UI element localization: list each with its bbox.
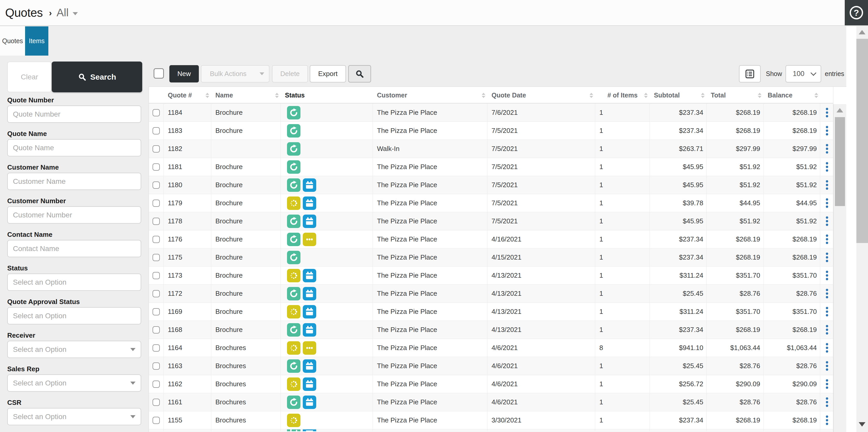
csr-select[interactable]: Select an Option <box>7 408 141 425</box>
row-actions-button[interactable] <box>820 429 833 431</box>
sort-icon[interactable] <box>758 93 762 98</box>
row-actions-button[interactable] <box>820 267 833 285</box>
row-checkbox[interactable] <box>153 145 160 153</box>
row-checkbox[interactable] <box>153 199 160 207</box>
status-select[interactable]: Select an Option <box>7 274 141 291</box>
row-checkbox[interactable] <box>153 363 160 370</box>
new-button[interactable]: New <box>169 65 199 83</box>
column-header-balance[interactable]: Balance <box>764 87 820 104</box>
column-header-quote-date[interactable]: Quote Date <box>487 87 595 104</box>
row-actions-button[interactable] <box>820 176 833 194</box>
table-search-button[interactable] <box>348 65 371 83</box>
quote-number-cell[interactable]: 1176 <box>164 230 211 248</box>
quote-name-input[interactable] <box>7 139 141 156</box>
row-actions-button[interactable] <box>820 122 833 140</box>
bulk-actions-button[interactable]: Bulk Actions <box>201 65 255 83</box>
row-actions-button[interactable] <box>820 104 833 122</box>
row-actions-button[interactable] <box>820 321 833 339</box>
sort-icon[interactable] <box>590 93 593 98</box>
contact-name-input[interactable] <box>7 240 141 257</box>
row-checkbox[interactable] <box>153 236 160 243</box>
quote-number-cell[interactable]: 1168 <box>164 321 211 339</box>
quote-number-cell[interactable]: 1184 <box>164 104 211 122</box>
row-checkbox[interactable] <box>153 127 160 134</box>
help-button[interactable]: ? <box>845 0 868 25</box>
column-header-quote-[interactable]: Quote # <box>164 87 211 104</box>
quote-number-cell[interactable]: 1155 <box>164 411 211 429</box>
quote-number-cell[interactable]: 1183 <box>164 122 211 140</box>
clear-button[interactable]: Clear <box>7 62 52 92</box>
row-actions-button[interactable] <box>820 140 833 158</box>
page-scroll-up-arrow[interactable] <box>859 30 865 34</box>
quote-number-cell[interactable]: 1175 <box>164 248 211 267</box>
row-actions-button[interactable] <box>820 339 833 357</box>
row-checkbox[interactable] <box>153 326 160 334</box>
quote-number-cell[interactable]: 1162 <box>164 375 211 393</box>
tab-quotes[interactable]: Quotes <box>0 26 25 56</box>
row-checkbox[interactable] <box>153 218 160 225</box>
row-checkbox[interactable] <box>153 109 160 116</box>
quote-number-cell[interactable]: 1163 <box>164 357 211 375</box>
bulk-actions-caret-button[interactable] <box>255 65 270 83</box>
quote-number-cell[interactable]: 1169 <box>164 303 211 321</box>
delete-button[interactable]: Delete <box>272 65 308 83</box>
sort-icon[interactable] <box>814 93 818 98</box>
page-size-select[interactable]: 100 <box>785 65 821 83</box>
quote-number-cell[interactable]: 1181 <box>164 158 211 176</box>
row-actions-button[interactable] <box>820 248 833 267</box>
row-actions-button[interactable] <box>820 212 833 230</box>
row-actions-button[interactable] <box>820 230 833 248</box>
column-header-name[interactable]: Name <box>211 87 281 104</box>
row-checkbox[interactable] <box>153 308 160 315</box>
quote-number-cell[interactable]: 1182 <box>164 140 211 158</box>
row-checkbox[interactable] <box>153 380 160 388</box>
sort-icon[interactable] <box>275 93 279 98</box>
sort-icon[interactable] <box>206 93 209 98</box>
quote-approval-status-select[interactable]: Select an Option <box>7 307 141 325</box>
row-actions-button[interactable] <box>820 393 833 411</box>
quote-number-input[interactable] <box>7 105 141 123</box>
customer-name-input[interactable] <box>7 173 141 190</box>
sort-icon[interactable] <box>644 93 648 98</box>
quote-number-cell[interactable]: 1178 <box>164 212 211 230</box>
tab-items[interactable]: Items <box>25 26 48 56</box>
column-header--of-items[interactable]: # of Items <box>595 87 650 104</box>
view-options-button[interactable] <box>739 65 761 83</box>
quote-number-cell[interactable]: 1172 <box>164 285 211 303</box>
page-scrollbar-thumb[interactable] <box>856 39 868 243</box>
row-actions-button[interactable] <box>820 303 833 321</box>
receiver-select[interactable]: Select an Option <box>7 341 141 358</box>
row-checkbox[interactable] <box>153 254 160 261</box>
quote-number-cell[interactable]: 1180 <box>164 176 211 194</box>
column-header-total[interactable]: Total <box>707 87 764 104</box>
row-actions-button[interactable] <box>820 411 833 429</box>
column-header-customer[interactable]: Customer <box>373 87 487 104</box>
quote-number-cell[interactable]: 1179 <box>164 194 211 212</box>
row-actions-button[interactable] <box>820 285 833 303</box>
customer-number-input[interactable] <box>7 206 141 224</box>
sort-icon[interactable] <box>701 93 705 98</box>
chevron-down-icon[interactable] <box>73 12 78 15</box>
search-button[interactable]: Search <box>52 62 142 92</box>
breadcrumb-view-selector[interactable]: All <box>57 6 69 19</box>
row-checkbox[interactable] <box>153 163 160 171</box>
row-actions-button[interactable] <box>820 194 833 212</box>
select-all-checkbox[interactable] <box>154 68 164 79</box>
column-header-subtotal[interactable]: Subtotal <box>650 87 707 104</box>
quote-number-cell[interactable]: 1164 <box>164 339 211 357</box>
row-checkbox[interactable] <box>153 417 160 424</box>
row-actions-button[interactable] <box>820 375 833 393</box>
row-checkbox[interactable] <box>153 290 160 297</box>
quote-number-cell[interactable]: 1161 <box>164 393 211 411</box>
row-checkbox[interactable] <box>153 182 160 189</box>
quote-number-cell[interactable]: 1173 <box>164 267 211 285</box>
table-scroll-up-arrow[interactable] <box>836 108 843 113</box>
row-checkbox[interactable] <box>153 399 160 406</box>
page-scroll-down-arrow[interactable] <box>859 422 865 427</box>
table-scrollbar-thumb[interactable] <box>835 117 845 206</box>
row-actions-button[interactable] <box>820 158 833 176</box>
sales-rep-select[interactable]: Select an Option <box>7 374 141 392</box>
row-checkbox[interactable] <box>153 344 160 351</box>
row-actions-button[interactable] <box>820 357 833 375</box>
sort-icon[interactable] <box>482 93 485 98</box>
